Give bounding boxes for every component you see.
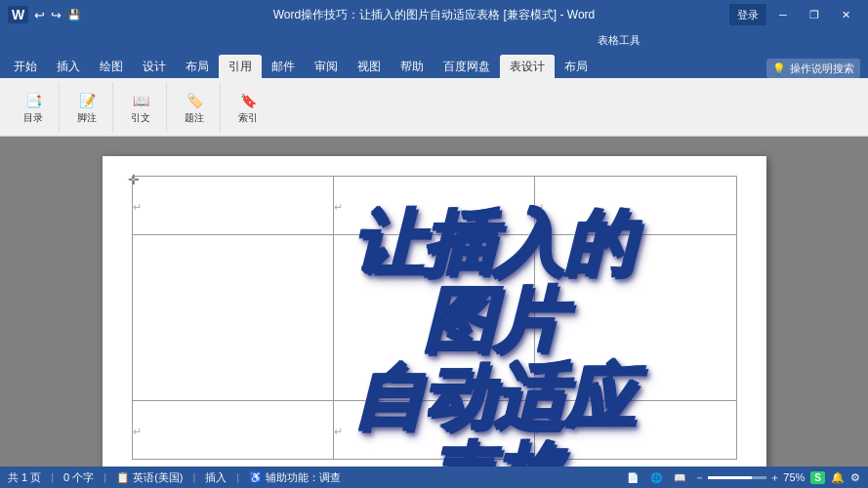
web-layout-button[interactable]: 🌐 (647, 468, 665, 486)
table-cell (535, 235, 736, 401)
tab-mail[interactable]: 邮件 (262, 55, 305, 78)
tab-help[interactable]: 帮助 (391, 55, 434, 78)
table-cell: ↵ (333, 177, 534, 235)
ribbon-group-citation: 📖 引文 (115, 82, 167, 133)
language-label: 英语(美国) (133, 470, 183, 485)
window-title: Word操作技巧：让插入的图片自动适应表格 [兼容模式] - Word (273, 7, 596, 23)
table-cell (132, 235, 333, 401)
word-count: 0 个字 (63, 470, 94, 485)
ribbon-tab-bar: 开始 插入 绘图 设计 布局 引用 邮件 审阅 视图 帮助 百度网盘 表设计 布… (0, 51, 868, 78)
accessibility-status: ♿ 辅助功能：调查 (249, 470, 341, 485)
help-search-bar[interactable]: 💡 操作说明搜索 (766, 59, 860, 78)
zoom-in-icon[interactable]: ＋ (769, 470, 780, 485)
title-bar: W ↩ ↪ 💾 Word操作技巧：让插入的图片自动适应表格 [兼容模式] - W… (0, 0, 868, 29)
footnote-icon: 📝 (76, 90, 98, 111)
page-count: 共 1 页 (8, 470, 41, 485)
zoom-level: 75% (783, 471, 805, 483)
citation-label: 引文 (131, 111, 150, 125)
context-tab-bar: 表格工具 (0, 29, 868, 51)
zoom-slider-fill (708, 476, 752, 479)
table-cell: ↵ (535, 401, 736, 460)
caption-button[interactable]: 🏷️ 题注 (177, 88, 212, 127)
quick-access-toolbar: W ↩ ↪ 💾 (8, 6, 81, 23)
zoom-slider[interactable] (708, 476, 766, 479)
accessibility-icon: ♿ (249, 471, 263, 484)
table-row (132, 235, 736, 401)
undo-icon[interactable]: ↩ (34, 8, 45, 22)
index-label: 索引 (238, 111, 258, 125)
tab-references[interactable]: 引用 (219, 55, 262, 78)
toc-icon: 📑 (22, 90, 44, 111)
tab-view[interactable]: 视图 (348, 55, 391, 78)
ribbon-group-index: 🔖 索引 (223, 82, 273, 133)
table-cell: ↵ (333, 401, 534, 460)
index-icon: 🔖 (237, 90, 259, 111)
table-cell: ↵ (132, 177, 333, 235)
ribbon-group-caption: 🏷️ 题注 (169, 82, 221, 133)
zoom-out-icon[interactable]: － (694, 470, 705, 485)
tab-insert[interactable]: 插入 (47, 55, 90, 78)
tab-baidu[interactable]: 百度网盘 (434, 55, 500, 78)
tab-draw[interactable]: 绘图 (90, 55, 133, 78)
login-button[interactable]: 登录 (729, 4, 766, 25)
wps-logo: S (810, 471, 825, 484)
table-cell (333, 235, 534, 401)
read-mode-button[interactable]: 📖 (671, 468, 688, 486)
lightbulb-icon: 💡 (772, 62, 786, 75)
footnote-label: 脚注 (77, 111, 97, 125)
tab-table-layout[interactable]: 布局 (555, 55, 598, 78)
insert-mode[interactable]: 插入 (205, 470, 227, 485)
notification-icon[interactable]: 🔔 (831, 471, 845, 484)
help-search-text: 操作说明搜索 (790, 61, 854, 76)
language-indicator: 📋 英语(美国) (116, 470, 183, 485)
footnote-button[interactable]: 📝 脚注 (69, 88, 104, 127)
document-table[interactable]: ↵ ↵ ↵ ↵ ↵ ↵ (132, 176, 737, 460)
table-row: ↵ ↵ ↵ (132, 401, 736, 460)
context-tab-label: 表格工具 (586, 33, 652, 48)
toc-button[interactable]: 📑 目录 (16, 88, 51, 127)
ribbon-group-footnote: 📝 脚注 (62, 82, 113, 133)
quick-save-icon[interactable]: 💾 (67, 9, 81, 21)
tab-review[interactable]: 审阅 (305, 55, 348, 78)
settings-icon[interactable]: ⚙ (850, 471, 860, 484)
status-right: 📄 🌐 📖 － ＋ 75% S 🔔 ⚙ (624, 468, 860, 486)
tab-design[interactable]: 设计 (133, 55, 176, 78)
ribbon-group-toc: 📑 目录 (8, 82, 60, 133)
caption-label: 题注 (185, 111, 204, 125)
tab-table-design[interactable]: 表设计 (500, 55, 555, 78)
citation-button[interactable]: 📖 引文 (123, 88, 158, 127)
redo-icon[interactable]: ↪ (51, 8, 62, 22)
restore-button[interactable]: ❐ (800, 5, 829, 24)
tab-start[interactable]: 开始 (4, 55, 47, 78)
table-row: ↵ ↵ ↵ (132, 177, 736, 235)
window-controls: 登录 ─ ❐ ✕ (729, 4, 860, 25)
zoom-bar: － ＋ 75% (694, 470, 805, 485)
language-icon: 📋 (116, 471, 130, 484)
document-page: ✛ ↵ ↵ ↵ ↵ ↵ ↵ 让插入的 图片 自动适应 表格 (103, 156, 766, 467)
document-area: ✛ ↵ ↵ ↵ ↵ ↵ ↵ 让插入的 图片 自动适应 表格 (0, 137, 868, 467)
status-bar: 共 1 页 | 0 个字 | 📋 英语(美国) | 插入 | ♿ 辅助功能：调查… (0, 467, 868, 488)
accessibility-label: 辅助功能：调查 (266, 470, 341, 485)
index-button[interactable]: 🔖 索引 (230, 88, 266, 127)
minimize-button[interactable]: ─ (768, 5, 798, 24)
tab-layout[interactable]: 布局 (176, 55, 219, 78)
table-cell: ↵ (132, 401, 333, 460)
citation-icon: 📖 (130, 90, 151, 111)
app-icon: W (8, 6, 28, 23)
print-layout-button[interactable]: 📄 (624, 468, 641, 486)
table-cell: ↵ (535, 177, 736, 235)
ribbon-content: 📑 目录 📝 脚注 📖 引文 🏷️ 题注 🔖 索引 (0, 78, 868, 137)
toc-label: 目录 (23, 111, 43, 125)
caption-icon: 🏷️ (184, 90, 205, 111)
close-button[interactable]: ✕ (831, 5, 860, 24)
